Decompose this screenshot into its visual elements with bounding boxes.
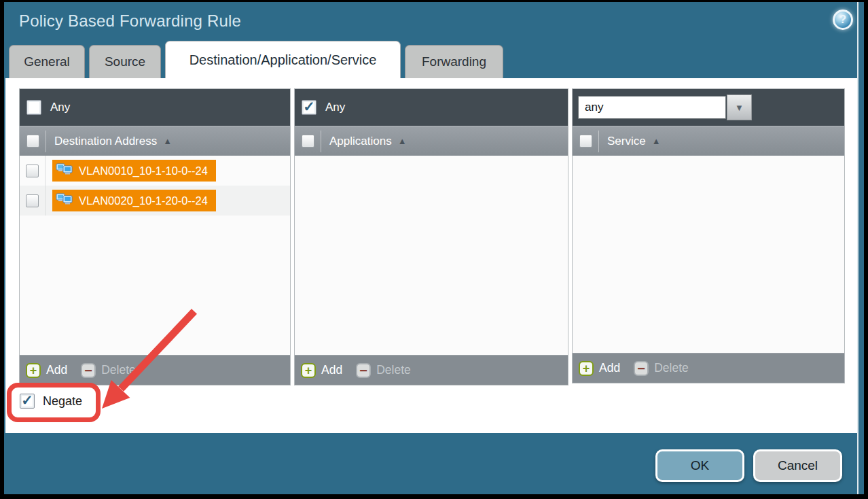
service-panel: any ▼ ✓ Service ▲ + Add − Delete: [572, 88, 845, 383]
applications-list: [295, 156, 568, 355]
service-list: [573, 156, 844, 353]
negate-label: Negate: [43, 394, 82, 409]
help-icon[interactable]: ?: [833, 10, 853, 30]
delete-icon: −: [81, 363, 96, 378]
tab-source[interactable]: Source: [89, 45, 161, 78]
applications-footer: + Add − Delete: [295, 355, 568, 385]
tab-forwarding[interactable]: Forwarding: [405, 45, 503, 78]
service-select-all-checkbox[interactable]: ✓: [579, 135, 592, 148]
add-icon: +: [579, 361, 594, 376]
checkmark-icon: ✓: [303, 99, 315, 114]
cancel-label: Cancel: [778, 458, 818, 473]
add-icon: +: [301, 363, 316, 378]
destination-any-checkbox[interactable]: ✓: [26, 100, 41, 115]
row-checkbox[interactable]: ✓: [26, 194, 39, 207]
applications-column-header[interactable]: ✓ Applications ▲: [295, 126, 568, 156]
destination-panel: ✓ Any ✓ Destination Address ▲ ✓: [19, 88, 291, 385]
delete-button[interactable]: − Delete: [81, 363, 136, 378]
delete-label: Delete: [376, 363, 411, 377]
add-button[interactable]: + Add: [579, 361, 620, 376]
sort-ascending-icon[interactable]: ▲: [163, 136, 172, 146]
tab-destination-application-service[interactable]: Destination/Application/Service: [165, 41, 401, 78]
destination-select-all-checkbox[interactable]: ✓: [26, 135, 39, 148]
delete-label: Delete: [654, 361, 689, 375]
tab-content-area: ✓ Any ✓ Destination Address ▲ ✓: [5, 78, 857, 433]
negate-checkbox[interactable]: ✓: [20, 394, 35, 409]
row-checkbox[interactable]: ✓: [26, 165, 39, 177]
destination-column-label: Destination Address: [46, 135, 157, 148]
delete-icon: −: [356, 363, 371, 378]
add-label: Add: [46, 363, 67, 377]
destination-list: ✓ VLAN0010_10-1-10-: [20, 156, 290, 355]
delete-button[interactable]: − Delete: [634, 361, 689, 376]
add-icon: +: [26, 363, 41, 378]
applications-any-bar: ✓ Any: [295, 89, 568, 126]
address-object-icon: [56, 192, 73, 209]
address-object-label: VLAN0010_10-1-10-0--24: [79, 165, 208, 177]
dialog-window: Policy Based Forwarding Rule ? General S…: [4, 2, 864, 494]
destination-any-bar: ✓ Any: [20, 89, 290, 126]
table-row[interactable]: ✓ VLAN0010_10-1-10-: [20, 156, 290, 186]
tab-label: Destination/Application/Service: [189, 52, 377, 68]
address-object-icon: [56, 162, 73, 179]
add-button[interactable]: + Add: [26, 363, 67, 378]
sort-ascending-icon[interactable]: ▲: [652, 136, 661, 146]
applications-any-label: Any: [325, 101, 345, 114]
ok-button[interactable]: OK: [655, 449, 744, 482]
delete-icon: −: [634, 361, 649, 376]
service-dropdown-bar: any ▼: [573, 89, 844, 126]
service-column-header[interactable]: ✓ Service ▲: [573, 126, 844, 156]
delete-label: Delete: [101, 363, 136, 377]
tab-label: Forwarding: [422, 54, 486, 69]
destination-footer: + Add − Delete: [20, 355, 290, 385]
add-label: Add: [599, 361, 620, 375]
cancel-button[interactable]: Cancel: [753, 449, 842, 482]
tab-label: Source: [105, 54, 145, 69]
service-footer: + Add − Delete: [573, 353, 844, 383]
address-object-label: VLAN0020_10-1-20-0--24: [79, 194, 208, 207]
destination-column-header[interactable]: ✓ Destination Address ▲: [20, 126, 290, 156]
dialog-title: Policy Based Forwarding Rule: [19, 12, 241, 31]
help-glyph: ?: [839, 13, 846, 27]
destination-any-label: Any: [50, 101, 70, 114]
checkmark-icon: ✓: [21, 393, 33, 407]
applications-column-label: Applications: [321, 135, 392, 148]
window-edge-highlight: [857, 2, 858, 494]
destination-address-item[interactable]: VLAN0010_10-1-10-0--24: [52, 160, 216, 182]
delete-button[interactable]: − Delete: [356, 363, 411, 378]
tab-general[interactable]: General: [9, 45, 85, 78]
sort-ascending-icon[interactable]: ▲: [398, 136, 407, 146]
applications-any-checkbox[interactable]: ✓: [302, 100, 317, 115]
table-row[interactable]: ✓ VLAN0020_10-1-20-: [20, 186, 290, 216]
ok-label: OK: [691, 458, 709, 473]
service-dropdown[interactable]: any: [578, 96, 726, 119]
applications-panel: ✓ Any ✓ Applications ▲ + Add − Delete: [294, 88, 568, 385]
service-column-label: Service: [599, 135, 646, 148]
chevron-down-icon[interactable]: ▼: [727, 94, 752, 120]
applications-select-all-checkbox[interactable]: ✓: [302, 135, 314, 148]
add-button[interactable]: + Add: [301, 363, 342, 378]
destination-address-item[interactable]: VLAN0020_10-1-20-0--24: [52, 190, 216, 211]
add-label: Add: [321, 363, 342, 377]
policy-forwarding-dialog: { "dialog": { "title": "Policy Based For…: [0, 0, 868, 499]
tab-label: General: [24, 54, 70, 69]
